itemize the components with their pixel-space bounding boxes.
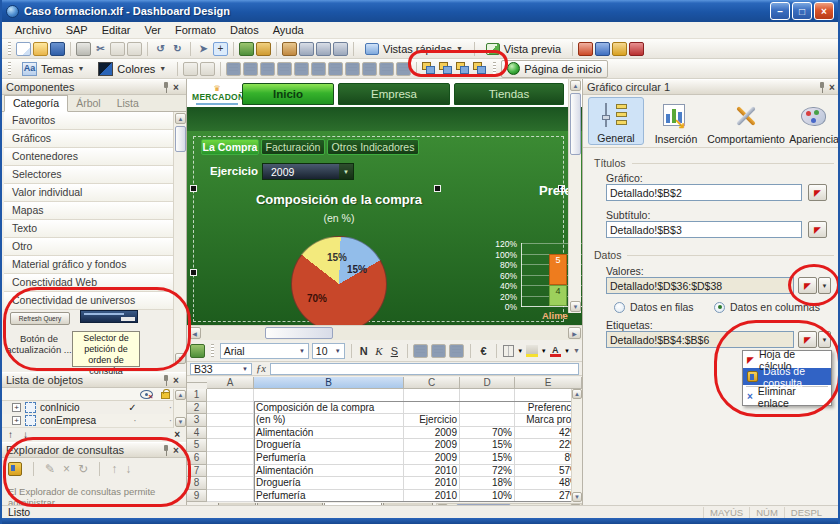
query-prompt-selector-thumbnail[interactable]	[80, 310, 138, 323]
pagina-inicio-button[interactable]: Página de inicio	[501, 60, 608, 78]
cell-a[interactable]	[207, 402, 254, 415]
pie-chart[interactable]	[291, 236, 387, 325]
align-middle-icon[interactable]	[294, 62, 309, 76]
cell-d[interactable]: 15%	[460, 439, 515, 452]
paste-icon[interactable]	[127, 42, 142, 56]
sheet-grid[interactable]: ▲ ▼ 1 2 Composición de la compra	[187, 389, 582, 502]
export-model-icon[interactable]	[256, 42, 271, 56]
menu-item[interactable]: Ayuda	[266, 23, 311, 37]
category-item[interactable]: Conectividad Web	[4, 274, 173, 292]
category-item[interactable]: Mapas	[4, 202, 173, 220]
space-vertical-icon[interactable]	[345, 62, 360, 76]
dash-tab-tiendas[interactable]: Tiendas	[454, 83, 564, 105]
send-back-icon[interactable]	[473, 62, 488, 76]
pin-icon[interactable]	[162, 375, 170, 386]
row-header[interactable]: 1	[187, 389, 207, 402]
tab-lista[interactable]: Lista	[109, 96, 147, 111]
scroll-up-icon[interactable]: ▲	[572, 389, 582, 399]
category-item[interactable]: Texto	[4, 220, 173, 238]
subtab-la-compra[interactable]: La Compra	[201, 139, 259, 155]
colores-button[interactable]: Colores ▼	[92, 60, 172, 78]
dash-tab-inicio[interactable]: Inicio	[242, 83, 334, 105]
bring-forward-icon[interactable]	[439, 62, 454, 76]
vista-previa-button[interactable]: Vista previa	[480, 40, 567, 58]
category-item[interactable]: Valor individual	[4, 184, 173, 202]
select-all-corner[interactable]	[187, 382, 207, 383]
scroll-thumb[interactable]	[570, 93, 581, 155]
selection-handle[interactable]	[190, 185, 197, 192]
row-header[interactable]: 7	[187, 465, 207, 478]
cell-a[interactable]	[207, 490, 254, 502]
copy-icon[interactable]	[110, 42, 125, 56]
export-pdf-icon[interactable]	[629, 42, 644, 56]
cell-d[interactable]: 18%	[460, 477, 515, 490]
cell-c[interactable]: 2010	[404, 465, 460, 478]
cell-a[interactable]	[207, 439, 254, 452]
export-web-icon[interactable]	[595, 42, 610, 56]
align-bottom-icon[interactable]	[311, 62, 326, 76]
tab-arbol[interactable]: Árbol	[68, 96, 109, 111]
space-horizontal-icon[interactable]	[328, 62, 343, 76]
visibility-flag[interactable]: ✓	[128, 402, 136, 413]
cell-d[interactable]	[460, 414, 515, 427]
underline-icon[interactable]: S	[388, 345, 400, 357]
cell-d[interactable]: 72%	[460, 465, 515, 478]
cell-selector-button[interactable]: ◤	[798, 277, 817, 294]
row-header[interactable]: 5	[187, 439, 207, 452]
selection-handle[interactable]	[434, 185, 441, 192]
toolbar-grip[interactable]	[211, 344, 214, 357]
cell-d[interactable]	[460, 389, 515, 402]
canvas-size-icon[interactable]	[299, 42, 314, 56]
close-panel-icon[interactable]: ×	[170, 375, 182, 386]
align-right-icon[interactable]	[449, 344, 464, 358]
cell-c[interactable]: 2010	[404, 490, 460, 502]
explorador-header[interactable]: Explorador de consultas ×	[2, 442, 186, 458]
italic-icon[interactable]: K	[373, 345, 385, 357]
toolbar-overflow-icon[interactable]: ▼	[573, 347, 580, 354]
grafico-input[interactable]: Detallado!$B$2	[606, 184, 802, 201]
prop-tab-insercion[interactable]: ↘ Inserción	[648, 97, 704, 145]
scroll-down-icon[interactable]: ▼	[570, 301, 581, 312]
vistas-rapidas-button[interactable]: Vistas rápidas ▼	[359, 40, 469, 58]
menu-item[interactable]: Editar	[95, 23, 138, 37]
category-item[interactable]: Favoritos	[4, 112, 173, 130]
expand-icon[interactable]: +	[12, 416, 21, 425]
move-down-icon[interactable]: ↓	[23, 429, 28, 440]
cell-b[interactable]: Alimentación	[254, 427, 404, 440]
same-size-icon[interactable]	[396, 62, 411, 76]
align-center-icon[interactable]	[243, 62, 258, 76]
dropdown-arrow-icon[interactable]: ▼	[339, 164, 353, 179]
cell-selector-button[interactable]: ◤	[808, 221, 827, 238]
lock-column-icon[interactable]	[161, 392, 170, 399]
cut-icon[interactable]: ✂	[93, 42, 108, 56]
pin-icon[interactable]	[162, 445, 170, 456]
col-header-a[interactable]: A	[207, 377, 254, 389]
visibility-column-icon[interactable]: ×	[140, 387, 153, 401]
object-row[interactable]: + conEmpresa · ·	[2, 414, 186, 427]
menu-item[interactable]: Archivo	[8, 23, 59, 37]
dash-tab-empresa[interactable]: Empresa	[338, 83, 450, 105]
row-header[interactable]: 3	[187, 414, 207, 427]
menu-item-datos-de-consulta[interactable]: Datos de consulta	[743, 368, 831, 385]
prop-tab-apariencia[interactable]: Apariencia	[788, 97, 840, 145]
menu-item[interactable]: Ver	[137, 23, 168, 37]
sheet-vscrollbar[interactable]: ▲ ▼	[571, 389, 582, 502]
add-query-icon[interactable]	[8, 462, 22, 476]
fit-canvas-icon[interactable]	[316, 42, 331, 56]
pin-icon[interactable]	[818, 82, 826, 93]
cell-b[interactable]: (en %)	[254, 414, 404, 427]
cell-b[interactable]: Perfumería	[254, 452, 404, 465]
cell-b[interactable]: Perfumería	[254, 490, 404, 502]
cell-a[interactable]	[207, 452, 254, 465]
scroll-up-icon[interactable]: ▲	[175, 390, 186, 400]
cell-a[interactable]	[207, 414, 254, 427]
redo-icon[interactable]: ↻	[170, 42, 185, 56]
export-flash-icon[interactable]	[578, 42, 593, 56]
scroll-down-icon[interactable]: ▼	[175, 417, 186, 427]
send-backward-icon[interactable]	[456, 62, 471, 76]
query-down-icon[interactable]: ↓	[125, 462, 131, 476]
row-header[interactable]: 4	[187, 427, 207, 440]
borders-icon[interactable]	[503, 345, 515, 357]
scroll-up-icon[interactable]: ▲	[175, 113, 186, 124]
prop-tab-general[interactable]: General	[588, 97, 644, 145]
